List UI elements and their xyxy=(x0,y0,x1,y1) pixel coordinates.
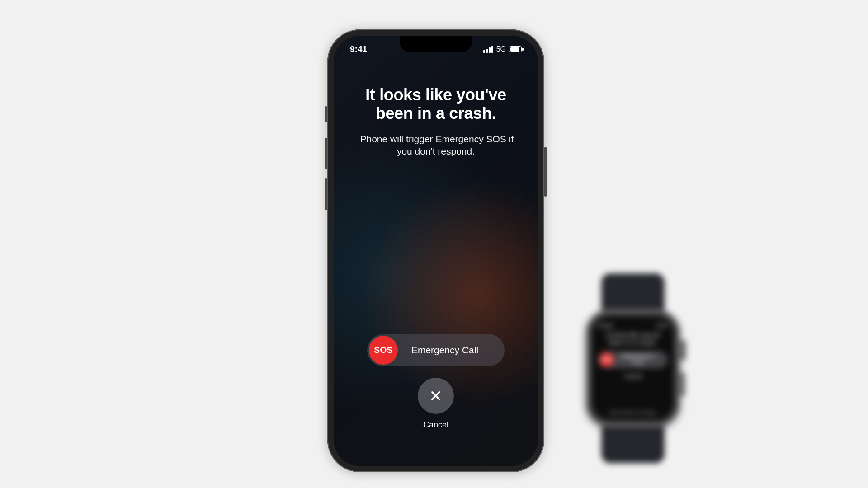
watch-crash-headline: It looks like you've been in a crash. xyxy=(598,331,668,347)
cellular-signal-icon xyxy=(483,46,493,53)
watch-footer-text: Apple Watch will trigger xyxy=(598,410,668,415)
network-label: 5G xyxy=(496,45,506,53)
cancel-group: Cancel xyxy=(334,378,538,430)
watch-screen: Close 9:41 It looks like you've been in … xyxy=(593,317,673,420)
crash-detection-prompt: It looks like you've been in a crash. iP… xyxy=(334,36,538,466)
watch-case: Close 9:41 It looks like you've been in … xyxy=(585,310,680,427)
status-time: 9:41 xyxy=(350,44,367,54)
mute-switch xyxy=(325,106,327,122)
iphone-screen: 9:41 5G It looks like you've been in a c… xyxy=(334,36,538,466)
status-bar: 9:41 5G xyxy=(334,43,538,56)
volume-up-button xyxy=(325,138,327,169)
battery-icon xyxy=(509,46,522,52)
volume-down-button xyxy=(325,178,327,210)
watch-close-label[interactable]: Close xyxy=(598,322,613,329)
side-button xyxy=(544,147,547,197)
watch-time: 9:41 xyxy=(656,322,668,329)
emergency-call-label: Emergency Call xyxy=(398,345,505,356)
crash-subline: iPhone will trigger Emergency SOS if you… xyxy=(334,133,538,158)
watch-status-bar: Close 9:41 xyxy=(598,322,668,329)
status-right: 5G xyxy=(483,45,522,53)
watch-emergency-label: EMERGENCY CALL xyxy=(614,354,668,365)
close-icon xyxy=(429,389,442,402)
cancel-button[interactable] xyxy=(418,378,454,414)
digital-crown xyxy=(680,340,686,360)
watch-side-button xyxy=(680,373,685,396)
watch-cancel-label[interactable]: Cancel xyxy=(598,373,668,380)
emergency-call-slider[interactable]: SOS Emergency Call xyxy=(367,334,505,366)
iphone-device: 9:41 5G It looks like you've been in a c… xyxy=(327,29,544,472)
cancel-label: Cancel xyxy=(423,420,448,430)
watch-sos-knob[interactable]: SOS xyxy=(599,352,614,367)
watch-emergency-slider[interactable]: SOS EMERGENCY CALL xyxy=(598,351,668,368)
apple-watch-device: Close 9:41 It looks like you've been in … xyxy=(581,273,685,463)
sos-knob[interactable]: SOS xyxy=(369,336,398,365)
crash-headline: It looks like you've been in a crash. xyxy=(334,85,538,123)
